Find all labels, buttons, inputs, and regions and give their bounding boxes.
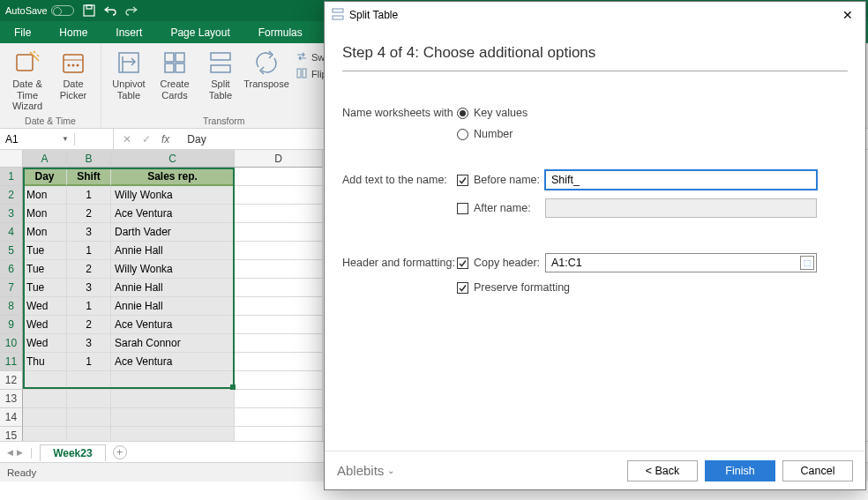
row-header[interactable]: 4	[0, 223, 23, 242]
cancel-icon[interactable]: ✕	[123, 133, 131, 146]
autosave-toggle[interactable]: AutoSave	[5, 5, 74, 16]
sheet-nav[interactable]: ◀▶	[7, 448, 23, 457]
cell[interactable]: Ace Ventura	[111, 205, 235, 223]
cell[interactable]	[235, 408, 323, 427]
cell[interactable]: Annie Hall	[111, 297, 235, 316]
cell[interactable]	[67, 427, 111, 441]
row-header[interactable]: 14	[0, 408, 23, 427]
cell[interactable]: Ace Ventura	[111, 353, 235, 371]
cell[interactable]: Mon	[23, 223, 67, 242]
cell[interactable]: 1	[67, 297, 111, 316]
cell[interactable]: Sales rep.	[111, 168, 235, 186]
cell[interactable]	[111, 427, 235, 441]
header-range-input[interactable]	[545, 253, 817, 272]
row-header[interactable]: 6	[0, 260, 23, 279]
cell[interactable]	[235, 168, 323, 186]
col-header-C[interactable]: C	[111, 150, 235, 168]
dialog-titlebar[interactable]: Split Table ✕	[325, 2, 865, 28]
row-header[interactable]: 13	[0, 390, 23, 408]
date-time-wizard-button[interactable]: Date & Time Wizard	[5, 47, 49, 114]
cell[interactable]: Ace Ventura	[111, 316, 235, 334]
cell[interactable]	[235, 223, 323, 242]
brand-label[interactable]: Ablebits ⌄	[337, 463, 394, 478]
cell[interactable]: 2	[67, 316, 111, 334]
cell[interactable]	[235, 260, 323, 279]
row-header[interactable]: 3	[0, 205, 23, 223]
cell[interactable]: Willy Wonka	[111, 260, 235, 279]
cell[interactable]	[111, 371, 235, 390]
cell[interactable]: Annie Hall	[111, 279, 235, 297]
cell[interactable]: 2	[67, 260, 111, 279]
save-icon[interactable]	[83, 4, 95, 17]
cell[interactable]: Willy Wonka	[111, 186, 235, 205]
cell[interactable]	[235, 371, 323, 390]
finish-button[interactable]: Finish	[705, 460, 775, 481]
create-cards-button[interactable]: Create Cards	[153, 47, 197, 102]
cell[interactable]	[23, 427, 67, 441]
cell[interactable]: Darth Vader	[111, 223, 235, 242]
cell[interactable]: Tue	[23, 260, 67, 279]
select-all-cell[interactable]	[0, 150, 23, 168]
col-header-A[interactable]: A	[23, 150, 67, 168]
cell[interactable]	[235, 242, 323, 260]
cell[interactable]: Mon	[23, 205, 67, 223]
cell[interactable]: Shift	[67, 168, 111, 186]
check-before-name[interactable]: Before name:	[457, 174, 545, 186]
row-header[interactable]: 5	[0, 242, 23, 260]
cell[interactable]: 1	[67, 242, 111, 260]
cell[interactable]	[111, 390, 235, 408]
cell[interactable]: Sarah Connor	[111, 334, 235, 353]
row-header[interactable]: 12	[0, 371, 23, 390]
tab-file[interactable]: File	[0, 21, 45, 43]
cell[interactable]: 3	[67, 279, 111, 297]
cell[interactable]	[23, 371, 67, 390]
undo-icon[interactable]	[104, 5, 116, 16]
unpivot-table-button[interactable]: Unpivot Table	[107, 47, 151, 102]
cell[interactable]: Day	[23, 168, 67, 186]
cell[interactable]	[23, 390, 67, 408]
radio-key-values[interactable]: Key values	[457, 107, 528, 119]
cell[interactable]: Wed	[23, 334, 67, 353]
date-picker-button[interactable]: Date Picker	[51, 47, 95, 102]
formula-value[interactable]: Day	[178, 133, 214, 146]
cell[interactable]	[235, 353, 323, 371]
row-header[interactable]: 7	[0, 279, 23, 297]
tab-page-layout[interactable]: Page Layout	[156, 21, 243, 43]
sheet-tab-active[interactable]: Week23	[40, 444, 105, 461]
row-header[interactable]: 8	[0, 297, 23, 316]
row-header[interactable]: 11	[0, 353, 23, 371]
tab-insert[interactable]: Insert	[101, 21, 156, 43]
cell[interactable]: 3	[67, 334, 111, 353]
cell[interactable]: Tue	[23, 242, 67, 260]
cell[interactable]	[111, 408, 235, 427]
cell[interactable]: Annie Hall	[111, 242, 235, 260]
cell[interactable]: 2	[67, 205, 111, 223]
split-table-button[interactable]: Split Table	[198, 47, 243, 102]
cell[interactable]: 1	[67, 186, 111, 205]
tab-formulas[interactable]: Formulas	[244, 21, 317, 43]
row-header[interactable]: 10	[0, 334, 23, 353]
check-copy-header[interactable]: Copy header:	[457, 257, 545, 269]
cell[interactable]	[235, 427, 323, 441]
row-header[interactable]: 15	[0, 427, 23, 441]
redo-icon[interactable]	[125, 5, 138, 16]
radio-number[interactable]: Number	[457, 128, 513, 140]
cell[interactable]: Mon	[23, 186, 67, 205]
cell[interactable]: Thu	[23, 353, 67, 371]
cell[interactable]	[235, 297, 323, 316]
cell[interactable]	[235, 279, 323, 297]
close-button[interactable]: ✕	[837, 8, 858, 22]
check-preserve-formatting[interactable]: Preserve formatting	[457, 281, 570, 294]
cell[interactable]	[235, 334, 323, 353]
cell[interactable]	[235, 186, 323, 205]
range-picker-button[interactable]: ⬚	[800, 256, 814, 270]
cell[interactable]: 3	[67, 223, 111, 242]
cell[interactable]	[235, 390, 323, 408]
row-header[interactable]: 2	[0, 186, 23, 205]
row-header[interactable]: 9	[0, 316, 23, 334]
cell[interactable]	[67, 390, 111, 408]
fx-icon[interactable]: fx	[161, 133, 169, 146]
cell[interactable]: Wed	[23, 316, 67, 334]
cancel-button[interactable]: Cancel	[782, 460, 853, 481]
add-sheet-button[interactable]: +	[113, 445, 127, 459]
